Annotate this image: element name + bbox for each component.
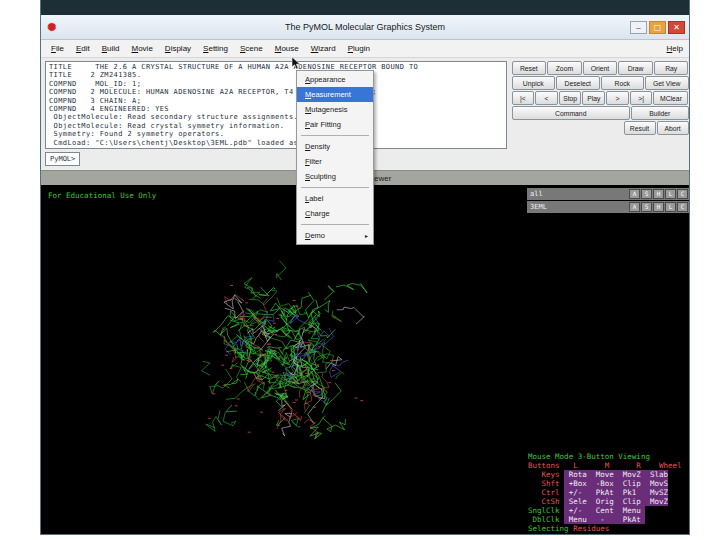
button-get-view[interactable]: Get View: [645, 76, 689, 90]
menu-separator: [301, 224, 369, 225]
console-line: Symmetry: Found 2 symmetry operators.: [49, 130, 503, 138]
object-button-l[interactable]: L: [665, 189, 676, 199]
button-abort[interactable]: Abort: [657, 121, 689, 135]
wizard-item-label: Density: [305, 142, 368, 151]
object-panel: allASHLC3EMLASHLC: [526, 185, 689, 213]
menu-item-mouse[interactable]: Mouse: [269, 42, 305, 55]
command-input[interactable]: PyMOL>: [45, 152, 80, 166]
viewport-3d[interactable]: For Educational Use Only: [41, 185, 526, 535]
menu-separator: [301, 135, 369, 136]
object-button-h[interactable]: H: [653, 189, 664, 199]
object-button-c[interactable]: C: [677, 189, 688, 199]
object-button-a[interactable]: A: [629, 202, 640, 212]
button-deselect[interactable]: Deselect: [556, 76, 600, 90]
console-line: COMPND MOL_ID: 1;: [49, 80, 503, 88]
button-command[interactable]: Command: [512, 106, 631, 120]
object-button-h[interactable]: H: [653, 202, 664, 212]
wizard-menu: AppearanceMeasurementMutagenesisPair Fit…: [296, 70, 374, 245]
menu-item-edit[interactable]: Edit: [70, 42, 96, 55]
title-bar[interactable]: ✺ The PyMOL Molecular Graphics System – …: [41, 15, 689, 40]
button-play[interactable]: Play: [582, 91, 605, 105]
maximize-button[interactable]: ▢: [649, 21, 666, 34]
button-draw[interactable]: Draw: [618, 61, 653, 75]
wizard-menu-item-mutagenesis[interactable]: Mutagenesis: [297, 102, 373, 117]
minimize-button[interactable]: –: [630, 21, 647, 34]
object-button-s[interactable]: S: [641, 189, 652, 199]
button-r2c0[interactable]: |<: [512, 91, 535, 105]
button-r2c4[interactable]: >: [606, 91, 629, 105]
mouse-panel-line: SnglClk +/- Cent Menu: [528, 506, 689, 515]
button-mclear[interactable]: MClear: [653, 91, 688, 105]
button-rock[interactable]: Rock: [601, 76, 645, 90]
console-line: COMPND 2 MOLECULE: HUMAN ADENOSINE A2A R…: [49, 88, 503, 96]
wizard-item-label: Sculpting: [305, 172, 368, 181]
pymol-icon: ✺: [47, 21, 56, 34]
wizard-menu-item-density[interactable]: Density: [297, 139, 373, 154]
button-zoom[interactable]: Zoom: [547, 61, 582, 75]
menu-item-scene[interactable]: Scene: [234, 42, 269, 55]
console-line: COMPND 3 CHAIN: A;: [49, 97, 503, 105]
button-builder[interactable]: Builder: [631, 106, 688, 120]
mouse-panel-line: Selecting Residues: [528, 524, 689, 533]
window-title: The PyMOL Molecular Graphics System: [41, 22, 689, 32]
menu-item-wizard[interactable]: Wizard: [305, 42, 342, 55]
object-button-l[interactable]: L: [665, 202, 676, 212]
button-r2c5[interactable]: >|: [630, 91, 653, 105]
menu-item-file[interactable]: File: [45, 42, 70, 55]
mouse-panel-line: Mouse Mode 3-Button Viewing: [528, 452, 689, 461]
top-strip: [41, 0, 689, 15]
menu-item-display[interactable]: Display: [159, 42, 197, 55]
submenu-arrow-icon: ▸: [365, 232, 368, 239]
menu-item-plugin[interactable]: Plugin: [342, 42, 376, 55]
wizard-item-label: Pair Fitting: [305, 120, 368, 129]
wizard-menu-item-label[interactable]: Label: [297, 191, 373, 206]
button-result[interactable]: Result: [624, 121, 656, 135]
menu-separator: [301, 187, 369, 188]
menu-item-setting[interactable]: Setting: [197, 42, 234, 55]
console-line: ObjectMolecule: Read secondary structure…: [49, 113, 503, 121]
button-unpick[interactable]: Unpick: [512, 76, 556, 90]
wizard-menu-item-filter[interactable]: Filter: [297, 154, 373, 169]
window-controls: – ▢ ✕: [630, 21, 685, 34]
edu-watermark: For Educational Use Only: [48, 191, 156, 200]
button-reset[interactable]: Reset: [512, 61, 547, 75]
wizard-item-label: Filter: [305, 157, 368, 166]
console-line: ObjectMolecule: Read crystal symmetry in…: [49, 122, 503, 130]
console-line: CmdLoad: "C:\Users\chentj\Desktop\3EML.p…: [49, 139, 503, 147]
wizard-item-label: Appearance: [305, 75, 368, 84]
close-button[interactable]: ✕: [668, 21, 685, 34]
wizard-item-label: Mutagenesis: [305, 105, 368, 114]
console-line: TITLE THE 2.6 A CRYSTAL STRUCTURE OF A H…: [49, 63, 503, 71]
console-line: COMPND 4 ENGINEERED: YES: [49, 105, 503, 113]
console-output[interactable]: TITLE THE 2.6 A CRYSTAL STRUCTURE OF A H…: [45, 61, 507, 149]
mouse-panel-line: Keys Rota Move MovZ Slab: [528, 470, 689, 479]
button-stop[interactable]: Stop: [559, 91, 582, 105]
pymol-application-window: ✺ The PyMOL Molecular Graphics System – …: [40, 0, 690, 535]
menu-item-movie[interactable]: Movie: [126, 42, 159, 55]
object-row-3eml[interactable]: 3EMLASHLC: [527, 201, 689, 213]
object-row-all[interactable]: allASHLC: [527, 188, 689, 200]
menu-item-build[interactable]: Build: [96, 42, 126, 55]
wizard-menu-item-measurement[interactable]: Measurement: [297, 87, 373, 102]
control-panel: ResetZoomOrientDrawRayUnpickDeselectRock…: [511, 61, 689, 136]
button-r2c1[interactable]: <: [535, 91, 558, 105]
wizard-menu-item-charge[interactable]: Charge: [297, 206, 373, 221]
molecule-render: [41, 185, 526, 535]
object-button-s[interactable]: S: [641, 202, 652, 212]
mouse-panel-line: Buttons L M R Wheel: [528, 461, 689, 470]
wizard-item-label: Charge: [305, 209, 368, 218]
object-button-a[interactable]: A: [629, 189, 640, 199]
wizard-menu-item-pair-fitting[interactable]: Pair Fitting: [297, 117, 373, 132]
menu-bar: FileEditBuildMovieDisplaySettingSceneMou…: [41, 40, 689, 58]
mouse-panel-line: Ctrl +/- PkAt Pk1 MvSZ: [528, 488, 689, 497]
wizard-item-label: Label: [305, 194, 368, 203]
button-ray[interactable]: Ray: [654, 61, 689, 75]
button-orient[interactable]: Orient: [583, 61, 618, 75]
menu-item-help[interactable]: Help: [661, 42, 689, 55]
menu-bar-items: FileEditBuildMovieDisplaySettingSceneMou…: [45, 42, 376, 55]
wizard-menu-item-appearance[interactable]: Appearance: [297, 72, 373, 87]
wizard-menu-item-demo[interactable]: Demo▸: [297, 228, 373, 243]
wizard-menu-item-sculpting[interactable]: Sculpting: [297, 169, 373, 184]
mouse-panel-line: DblClk Menu - PkAt: [528, 515, 689, 524]
object-button-c[interactable]: C: [677, 202, 688, 212]
